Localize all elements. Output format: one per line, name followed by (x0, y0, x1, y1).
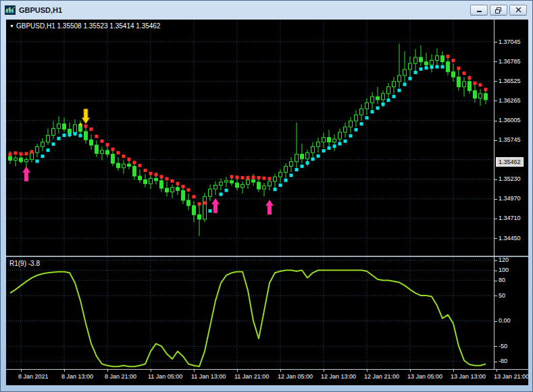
price-axis-tick (494, 140, 497, 141)
time-label: 13 Jan 13:00 (451, 373, 486, 380)
price-axis-label: 1.35745 (499, 136, 521, 143)
indicator-label: R1(9) -3.8 (9, 260, 40, 267)
time-label: 12 Jan 13:00 (321, 373, 356, 380)
minimize-button[interactable] (470, 5, 488, 16)
indicator-axis-tick (494, 271, 497, 271)
time-label: 13 Jan 21:00 (494, 373, 528, 380)
indicator-line (10, 271, 486, 367)
time-axis-tick (194, 370, 195, 372)
restore-button[interactable] (490, 5, 507, 16)
time-label: 8 Jan 2021 (18, 373, 49, 380)
symbol-marker-icon: ▼ (9, 24, 14, 28)
price-axis-tick (494, 238, 497, 239)
restore-icon (495, 7, 502, 13)
price-axis-tick (494, 101, 497, 101)
time-label: 13 Jan 05:00 (407, 373, 442, 380)
window-title: GBPUSD,H1 (19, 6, 62, 14)
buy-arrow-icon (22, 167, 30, 181)
time-label: 11 Jan 13:00 (191, 373, 226, 380)
indicator-axis-label: 100 (499, 267, 509, 273)
ohlc-text: GBPUSD,H1 1.35508 1.35523 1.35414 1.3546… (16, 22, 161, 30)
main-price-pane[interactable]: * (6, 20, 494, 256)
indicator-axis-tick (494, 321, 497, 322)
time-label: 12 Jan 21:00 (364, 373, 399, 380)
indicator-axis-tick (494, 260, 497, 261)
indicator-axis-label: 120 (499, 256, 509, 263)
price-axis-label: 1.34970 (499, 195, 521, 202)
price-axis-tick (494, 121, 497, 121)
time-label: 8 Jan 21:00 (105, 373, 136, 380)
indicator-grid (6, 257, 494, 369)
price-axis-border (494, 20, 494, 370)
time-axis-tick (410, 370, 411, 372)
indicator-axis-label: 50 (499, 292, 505, 299)
time-axis-tick (64, 370, 65, 372)
buy-arrow-icon (265, 200, 274, 215)
price-axis-label: 1.34450 (499, 235, 521, 242)
price-axis-label: 1.36265 (499, 97, 521, 104)
time-axis-tick (107, 370, 108, 372)
price-axis-label: 1.35230 (499, 175, 521, 182)
indicator-axis-label: 80 (499, 277, 505, 283)
time-axis-tick (324, 370, 324, 372)
price-axis[interactable]: 1.370451.367851.365251.362651.360051.357… (494, 20, 528, 256)
indicator-pane[interactable] (6, 257, 494, 369)
indicator-axis-tick (494, 346, 497, 347)
titlebar[interactable]: GBPUSD,H1 (2, 2, 531, 18)
close-icon (515, 7, 522, 13)
sell-arrow-icon (82, 109, 90, 123)
time-axis-tick (237, 370, 238, 372)
price-axis-label: 1.36005 (499, 117, 521, 123)
indicator-axis-tick (494, 362, 497, 362)
indicator-axis-tick (494, 281, 497, 281)
time-axis-tick (21, 370, 22, 372)
time-axis-tick (367, 370, 367, 372)
time-axis[interactable]: 8 Jan 20218 Jan 13:008 Jan 21:0011 Jan 0… (6, 370, 528, 385)
indicator-axis-label: -80 (499, 358, 507, 364)
time-axis-tick (453, 370, 454, 372)
price-axis-tick (494, 42, 497, 43)
indicator-axis-label: 0.00 (499, 317, 511, 324)
time-label: 11 Jan 05:00 (148, 373, 182, 380)
price-axis-tick (494, 61, 497, 62)
close-button[interactable] (509, 5, 527, 16)
minimize-icon (476, 7, 482, 13)
chart-area[interactable]: * ▼GBPUSD,H1 1.35508 1.35523 1.35414 1.3… (6, 20, 528, 385)
window-controls (470, 5, 531, 16)
price-axis-tick (494, 179, 497, 180)
app-icon (5, 5, 16, 15)
price-axis-label: 1.36525 (499, 78, 521, 84)
time-label: 11 Jan 21:00 (234, 373, 269, 380)
indicator-axis-label: -50 (499, 343, 507, 349)
chart-ohlc-label: ▼GBPUSD,H1 1.35508 1.35523 1.35414 1.354… (9, 22, 160, 30)
price-axis-label: 1.37045 (499, 38, 521, 45)
indicator-axis: 12010080500.00-50-80 (494, 257, 528, 369)
price-axis-label: 1.36785 (499, 58, 521, 65)
current-price-box: 1.35462 (496, 157, 524, 167)
time-axis-tick (280, 370, 281, 372)
price-axis-tick (494, 199, 497, 200)
time-label: 8 Jan 13:00 (61, 373, 93, 380)
indicator-axis-tick (494, 296, 497, 296)
time-label: 12 Jan 05:00 (278, 373, 313, 380)
chart-window: GBPUSD,H1 * ▼GBPUSD,H1 1.35508 1.35523 1… (0, 0, 533, 392)
buy-arrow-icon (211, 198, 220, 213)
price-axis-tick (494, 219, 497, 219)
time-axis-tick (151, 370, 151, 372)
price-axis-label: 1.34710 (499, 215, 521, 221)
price-axis-tick (494, 81, 497, 82)
time-axis-tick (497, 370, 497, 372)
